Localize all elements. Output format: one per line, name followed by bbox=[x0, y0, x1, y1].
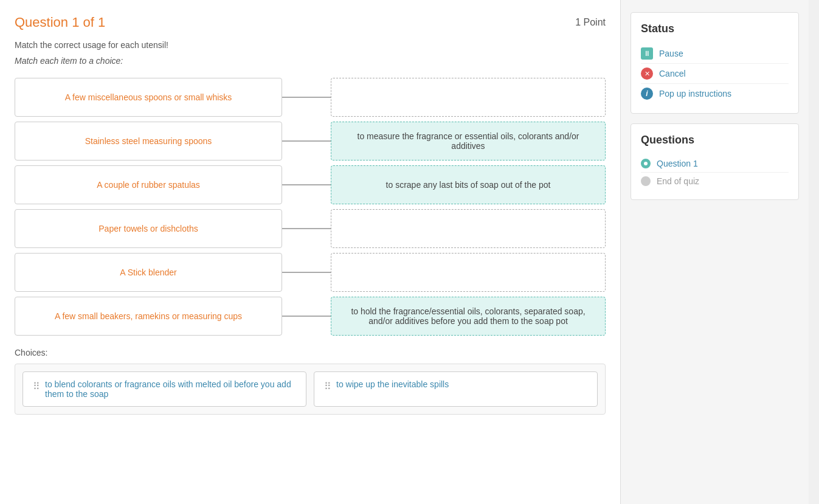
match-left-item: Stainless steel measuring spoons bbox=[15, 122, 282, 161]
match-instruction: Match each item to a choice: bbox=[15, 56, 606, 66]
question-nav-label-1: Question 1 bbox=[657, 159, 698, 168]
question-nav-label-end: End of quiz bbox=[657, 176, 699, 186]
match-right-drop[interactable] bbox=[331, 253, 606, 292]
status-title: Status bbox=[641, 22, 789, 35]
match-row: A few small beakers, ramekins or measuri… bbox=[15, 297, 606, 336]
question-nav-item-1[interactable]: Question 1 bbox=[641, 155, 789, 173]
pause-label: Pause bbox=[659, 49, 683, 58]
cancel-icon bbox=[641, 67, 653, 80]
choices-label: Choices: bbox=[15, 348, 606, 357]
points-label: 1 Point bbox=[575, 17, 606, 28]
question-instruction: Match the correct usage for each utensil… bbox=[15, 40, 606, 50]
match-right-drop[interactable] bbox=[331, 78, 606, 117]
info-icon bbox=[641, 88, 653, 100]
cancel-item[interactable]: Cancel bbox=[641, 64, 789, 84]
popup-instructions-item[interactable]: Pop up instructions bbox=[641, 84, 789, 103]
questions-title: Questions bbox=[641, 134, 789, 147]
match-connector bbox=[282, 272, 331, 273]
popup-label: Pop up instructions bbox=[659, 89, 731, 98]
match-row: Paper towels or dishcloths bbox=[15, 209, 606, 248]
question-title: Question 1 of 1 bbox=[15, 15, 105, 30]
match-connector bbox=[282, 228, 331, 229]
match-connector bbox=[282, 316, 331, 317]
match-right-drop[interactable]: to scrape any last bits of soap out of t… bbox=[331, 165, 606, 204]
main-content: Question 1 of 1 1 Point Match the correc… bbox=[0, 0, 620, 504]
choice-item[interactable]: ⠿ to wipe up the inevitable spills bbox=[314, 371, 598, 407]
match-left-item: A few miscellaneous spoons or small whis… bbox=[15, 78, 282, 117]
pause-icon bbox=[641, 47, 653, 60]
match-left-item: A few small beakers, ramekins or measuri… bbox=[15, 297, 282, 336]
choice-text: to wipe up the inevitable spills bbox=[336, 379, 449, 389]
match-right-drop[interactable]: to measure the fragrance or essential oi… bbox=[331, 122, 606, 161]
pause-item[interactable]: Pause bbox=[641, 44, 789, 64]
match-row: Stainless steel measuring spoons to meas… bbox=[15, 122, 606, 161]
match-left-item: A couple of rubber spatulas bbox=[15, 165, 282, 204]
question-inactive-dot bbox=[641, 176, 651, 186]
match-row: A Stick blender bbox=[15, 253, 606, 292]
match-right-drop[interactable] bbox=[331, 209, 606, 248]
status-section: Status Pause Cancel Pop up instructions bbox=[631, 12, 799, 114]
choice-item[interactable]: ⠿ to blend colorants or fragrance oils w… bbox=[22, 371, 306, 407]
questions-section: Questions Question 1 End of quiz bbox=[631, 123, 799, 200]
cancel-label: Cancel bbox=[659, 69, 686, 78]
question-header: Question 1 of 1 1 Point bbox=[15, 15, 606, 30]
matching-area: A few miscellaneous spoons or small whis… bbox=[15, 78, 606, 336]
drag-handle-icon[interactable]: ⠿ bbox=[324, 381, 331, 392]
match-right-drop[interactable]: to hold the fragrance/essential oils, co… bbox=[331, 297, 606, 336]
drag-handle-icon[interactable]: ⠿ bbox=[33, 381, 40, 392]
sidebar: Status Pause Cancel Pop up instructions … bbox=[620, 0, 809, 504]
choice-text: to blend colorants or fragrance oils wit… bbox=[45, 379, 296, 399]
match-left-item: Paper towels or dishcloths bbox=[15, 209, 282, 248]
question-active-dot bbox=[641, 159, 651, 168]
match-connector bbox=[282, 97, 331, 98]
match-row: A couple of rubber spatulas to scrape an… bbox=[15, 165, 606, 204]
match-left-item: A Stick blender bbox=[15, 253, 282, 292]
match-connector bbox=[282, 140, 331, 142]
choices-container: ⠿ to blend colorants or fragrance oils w… bbox=[15, 364, 606, 415]
match-connector bbox=[282, 184, 331, 185]
match-row: A few miscellaneous spoons or small whis… bbox=[15, 78, 606, 117]
choices-section: Choices: ⠿ to blend colorants or fragran… bbox=[15, 348, 606, 415]
question-nav-item-end[interactable]: End of quiz bbox=[641, 173, 789, 190]
